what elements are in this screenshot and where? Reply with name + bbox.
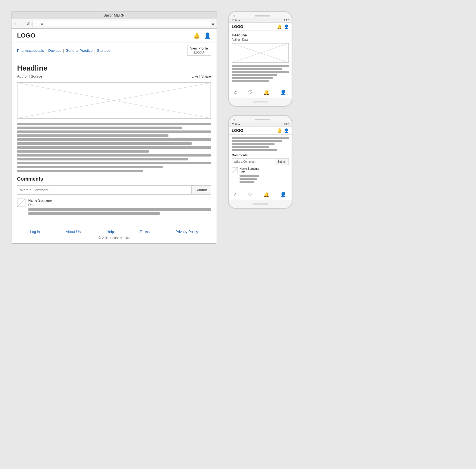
article-text (17, 123, 211, 172)
text-line (17, 142, 192, 145)
nav-back-button[interactable]: ← (14, 22, 19, 26)
text-line (17, 123, 211, 125)
status-signal: ▼ ≋ ▲ (232, 19, 240, 22)
footer-terms-link[interactable]: Terms (140, 230, 149, 234)
mobile-status-bar-2: ▼ ≋ ▲ 2:22 (229, 122, 292, 127)
mobile-comment-date: Date (240, 171, 259, 174)
comment-name: Name Surname (28, 199, 211, 202)
mobile-home-area (229, 98, 292, 106)
mobile-text-line (240, 181, 254, 183)
nav-link-startups[interactable]: Startups (97, 48, 110, 53)
mobile-home-area-2 (229, 200, 292, 208)
mobile-headline-1: Headline (232, 33, 289, 37)
site-content: LOGO 🔔 👤 Pharmaceuticals | Devices | Gen… (11, 29, 217, 243)
browser-title: Sailor MERN (104, 13, 125, 17)
mobile-bottom-nav-2: ⌂ ♡ 🔔 👤 (229, 189, 292, 200)
mobile-top-notch (229, 12, 292, 18)
footer-help-link[interactable]: Help (106, 230, 114, 234)
mobile-nav-heart-2[interactable]: ♡ (248, 192, 252, 198)
mobile-speaker-2 (255, 119, 270, 120)
site-footer: Log in About Us Help Terms Privacy Polic… (11, 226, 217, 243)
mobile-user-icon-2[interactable]: 👤 (284, 128, 289, 133)
mobile-nav-bell-1[interactable]: 🔔 (263, 89, 269, 95)
mobile-nav-home-2[interactable]: ⌂ (234, 192, 237, 198)
mobile-bell-icon-1[interactable]: 🔔 (277, 24, 282, 29)
comment-input-row: Submit (17, 185, 211, 195)
nav-forward-button[interactable]: → (20, 22, 25, 26)
text-line (17, 162, 211, 164)
text-line (17, 150, 149, 153)
article-actions[interactable]: Like | Share (192, 74, 211, 78)
mobile-status-bar: ▼ ≋ ▲ 2:22 (229, 18, 292, 23)
footer-login-link[interactable]: Log in (30, 230, 40, 234)
browser-nav-buttons: ← → ↺ (14, 22, 31, 26)
mobile-bell-icon-2[interactable]: 🔔 (277, 128, 282, 133)
status-time-2: 2:22 (284, 123, 289, 125)
mobile-text-line (232, 80, 269, 82)
mobile-text-line (240, 178, 257, 180)
profile-dropdown[interactable]: View Profile Logout (187, 45, 211, 56)
mobile-comment-input[interactable] (232, 159, 275, 165)
footer-copyright: © 2019 Sailor MERN (17, 236, 211, 240)
mobile-nav-heart-1[interactable]: ♡ (248, 89, 252, 95)
comment-item: Name Surname Date (17, 199, 211, 219)
mobile-comment-submit-button[interactable]: Submit (275, 159, 289, 165)
address-bar[interactable] (32, 21, 210, 27)
comment-submit-button[interactable]: Submit (191, 186, 211, 194)
text-line (17, 127, 182, 129)
mobile-header-1: LOGO 🔔 👤 (229, 23, 292, 31)
comments-section: Comments Submit Name Surname (11, 176, 217, 226)
browser-titlebar: Sailor MERN (11, 11, 217, 19)
nav-sep-1: | (46, 48, 46, 53)
comment-avatar (17, 199, 25, 207)
mobile-nav-user-1[interactable]: 👤 (280, 89, 286, 95)
mobile-nav-bell-2[interactable]: 🔔 (263, 192, 269, 198)
nav-link-pharmaceuticals[interactable]: Pharmaceuticals (17, 48, 44, 53)
article-image (17, 82, 211, 119)
comment-body: Name Surname Date (28, 199, 211, 219)
site-nav: Pharmaceuticals | Devices | General Prac… (11, 43, 217, 58)
mobile-text-line (232, 77, 273, 79)
comment-input[interactable] (17, 186, 191, 194)
mobile-header-icons-2: 🔔 👤 (277, 128, 289, 133)
mobile-nav-user-2[interactable]: 👤 (280, 192, 286, 198)
mobile-nav-home-1[interactable]: ⌂ (234, 89, 237, 95)
mobile-header-2: LOGO 🔔 👤 (229, 127, 292, 135)
browser-menu-icon[interactable]: ≡ (212, 21, 214, 26)
mobile-text-line (232, 68, 282, 70)
nav-link-general-practice[interactable]: General Practice (65, 48, 93, 53)
mobile-section: ▼ ≋ ▲ 2:22 LOGO 🔔 👤 Headline Author | Da… (228, 11, 292, 458)
site-logo: LOGO (17, 32, 35, 39)
text-line (28, 208, 211, 211)
nav-sep-2: | (63, 48, 64, 53)
footer-about-link[interactable]: About Us (66, 230, 81, 234)
mobile-text-line (232, 149, 277, 151)
article-meta: Author | Source Like | Share (17, 74, 211, 78)
mobile-text-lines-1 (232, 65, 289, 82)
mobile-text-line (232, 146, 269, 148)
mobile-comment-name: Name Surname (240, 167, 259, 170)
browser-toolbar: ← → ↺ ≡ (11, 19, 217, 29)
user-icon[interactable]: 👤 (204, 32, 211, 39)
mobile-home-btn-2[interactable] (253, 203, 268, 205)
text-line (17, 146, 211, 149)
site-header: LOGO 🔔 👤 (11, 29, 217, 43)
article-section: Headline Author | Source Like | Share (11, 58, 217, 172)
mobile-text-line (232, 140, 282, 142)
bell-icon[interactable]: 🔔 (193, 32, 200, 39)
nav-link-devices[interactable]: Devices (48, 48, 61, 53)
browser-window: Sailor MERN ← → ↺ ≡ LOGO 🔔 👤 (11, 11, 217, 244)
mobile-home-btn-1[interactable] (253, 101, 268, 102)
comments-title: Comments (17, 176, 211, 182)
mobile-user-icon-1[interactable]: 👤 (284, 24, 289, 29)
nav-sep-3: | (94, 48, 95, 53)
mobile-bottom-nav-1: ⌂ ♡ 🔔 👤 (229, 87, 292, 98)
footer-privacy-link[interactable]: Privacy Policy (175, 230, 198, 234)
view-profile-label: View Profile (190, 46, 208, 50)
comment-date: Date (28, 203, 211, 207)
status-time: 2:22 (284, 19, 289, 22)
mobile-comment-input-row: Submit (232, 158, 289, 165)
status-signal-2: ▼ ≋ ▲ (232, 123, 240, 125)
nav-reload-button[interactable]: ↺ (26, 22, 31, 26)
mobile-speaker (255, 15, 270, 17)
